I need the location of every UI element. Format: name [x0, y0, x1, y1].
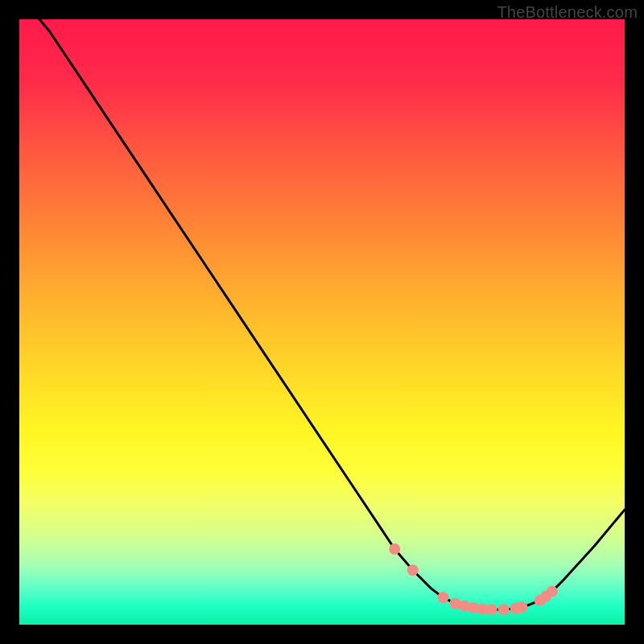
bottleneck-curve	[19, 19, 625, 609]
curve-marker	[459, 601, 470, 612]
curve-marker	[468, 602, 479, 613]
curve-marker	[547, 586, 558, 597]
curve-marker	[498, 604, 510, 615]
curve-marker	[540, 591, 551, 602]
curve-marker	[407, 564, 419, 576]
curve-marker	[449, 598, 460, 609]
curve-marker	[389, 543, 400, 555]
curve-marker	[516, 601, 527, 613]
curve-marker	[437, 592, 448, 603]
curve-marker	[535, 595, 546, 606]
chart-frame: TheBottleneck.com	[0, 0, 644, 644]
plot-area	[19, 19, 625, 625]
watermark-label: TheBottleneck.com	[497, 3, 638, 22]
curve-marker	[486, 604, 497, 615]
curve-marker	[477, 603, 488, 614]
curve-marker	[510, 603, 522, 614]
marker-group	[389, 543, 558, 615]
chart-svg	[19, 19, 625, 625]
